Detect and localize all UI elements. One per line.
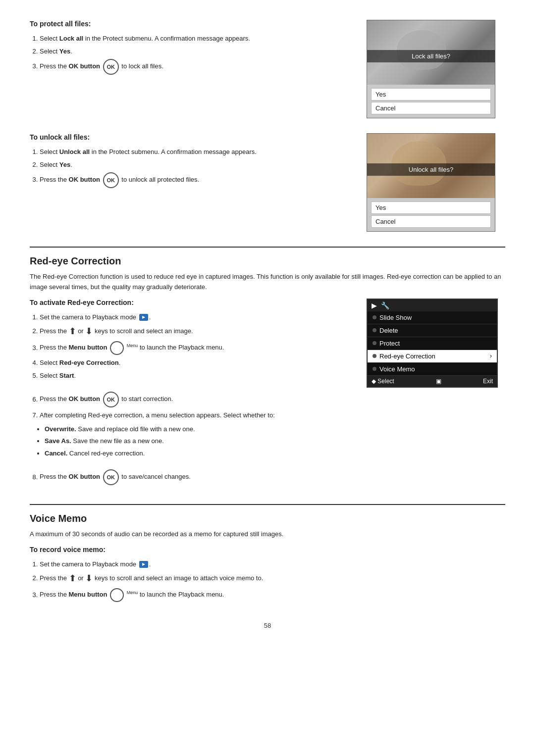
voice-memo-step-3: Press the Menu button Menu to launch the…	[40, 588, 505, 602]
red-eye-step-2: Press the ⬆ or ⬇ keys to scroll and sele…	[40, 325, 352, 338]
red-eye-text-col: To activate Red-eye Correction: Set the …	[30, 299, 352, 490]
voice-memo-steps-list: Set the camera to Playback mode . Press …	[30, 559, 505, 603]
menu-item-slideshow-label: Slide Show	[379, 314, 412, 321]
menu-bullet-1	[373, 315, 376, 319]
red-eye-step-7: After completing Red-eye correction, a m…	[40, 410, 352, 420]
protect-image-col: Lock all files? Yes Cancel	[367, 20, 505, 118]
ok-button-icon-3: OK	[103, 392, 119, 407]
lock-cancel-btn: Cancel	[371, 102, 491, 114]
menu-bullet-3	[373, 341, 376, 345]
menu-button-icon-1	[110, 341, 124, 355]
protect-text-col: To protect all files: Select Lock all in…	[30, 20, 352, 118]
menu-icon-bottom: ▣	[436, 378, 441, 385]
red-eye-description: The Red-eye Correction function is used …	[30, 272, 505, 293]
unlock-yes-btn: Yes	[371, 202, 491, 214]
red-eye-image-col: ▶ 🔧 Slide Show Delete Protect Red	[367, 299, 505, 490]
playback-triangle-icon: ▶	[372, 302, 377, 309]
voice-memo-heading: Voice Memo	[30, 504, 505, 524]
exit-label: Exit	[483, 378, 493, 385]
red-eye-steps-list-2: Press the OK button OK to start correcti…	[30, 392, 352, 420]
unlock-step-1: Select Unlock all in the Protect submenu…	[40, 147, 352, 157]
playback-mode-icon-1	[139, 314, 148, 321]
red-eye-sub-heading: To activate Red-eye Correction:	[30, 299, 352, 306]
red-eye-step-1: Set the camera to Playback mode .	[40, 312, 352, 322]
protect-steps-list: Select Lock all in the Protect submenu. …	[30, 34, 352, 75]
unlock-cancel-btn: Cancel	[371, 215, 491, 228]
menu-top-bar: ▶ 🔧	[368, 300, 497, 311]
down-arrow-icon: ⬇	[85, 325, 93, 338]
menu-item-protect: Protect	[368, 337, 497, 350]
unlock-dialog-buttons: Yes Cancel	[367, 198, 495, 231]
page-number: 58	[30, 622, 505, 629]
wrench-icon: 🔧	[381, 302, 389, 309]
red-eye-bullet-3: Cancel. Cancel red-eye correction.	[45, 449, 352, 458]
unlock-step-3: Press the OK button OK to unlock all pro…	[40, 172, 352, 188]
menu-item-voicememo-label: Voice Memo	[379, 365, 415, 373]
ok-button-icon-4: OK	[103, 469, 119, 485]
protect-step-3: Press the OK button OK to lock all files…	[40, 59, 352, 75]
unlock-image-col: Unlock all files? Yes Cancel	[367, 133, 505, 232]
voice-memo-step-1: Set the camera to Playback mode .	[40, 559, 505, 569]
red-eye-bullet-1: Overwrite. Save and replace old file wit…	[45, 424, 352, 434]
menu-item-protect-label: Protect	[379, 340, 400, 347]
red-eye-steps-list: Set the camera to Playback mode . Press …	[30, 312, 352, 381]
unlock-heading: To unlock all files:	[30, 133, 352, 141]
scroll-wheel-icon-2: ⬆	[69, 572, 76, 585]
menu-item-delete-label: Delete	[379, 327, 398, 334]
menu-label-2: Menu	[127, 591, 138, 596]
playback-mode-icon-2	[139, 561, 148, 568]
menu-item-slideshow: Slide Show	[368, 311, 497, 324]
playback-menu-screenshot: ▶ 🔧 Slide Show Delete Protect Red	[367, 299, 498, 388]
ok-button-icon-2: OK	[103, 172, 119, 188]
red-eye-step-3: Press the Menu button Menu to launch the…	[40, 341, 352, 355]
down-arrow-icon-2: ⬇	[85, 572, 93, 585]
page-content: To protect all files: Select Lock all in…	[30, 20, 505, 629]
red-eye-step-5: Select Start.	[40, 371, 352, 381]
cat-photo-1: Lock all files?	[367, 20, 495, 85]
lock-dialog-screenshot: Lock all files? Yes Cancel	[367, 20, 495, 118]
arrow-icon: ›	[490, 353, 492, 359]
unlock-all-section: To unlock all files: Select Unlock all i…	[30, 133, 505, 232]
red-eye-step-6: Press the OK button OK to start correcti…	[40, 392, 352, 407]
menu-item-redeye: Red-eye Correction ›	[368, 350, 497, 363]
menu-item-voicememo: Voice Memo	[368, 363, 497, 376]
menu-button-icon-2	[110, 588, 124, 602]
protect-heading: To protect all files:	[30, 20, 352, 28]
menu-item-redeye-label: Red-eye Correction	[379, 353, 435, 360]
red-eye-step-8: Press the OK button OK to save/cancel ch…	[40, 469, 352, 485]
unlock-steps-list: Select Unlock all in the Protect submenu…	[30, 147, 352, 188]
red-eye-section: To activate Red-eye Correction: Set the …	[30, 299, 505, 490]
scroll-wheel-icon: ⬆	[69, 325, 76, 338]
lock-dialog-title: Lock all files?	[367, 50, 495, 62]
menu-bullet-4	[373, 354, 376, 358]
unlock-step-2: Select Yes.	[40, 160, 352, 170]
voice-memo-section: Voice Memo A maximum of 30 seconds of au…	[30, 504, 505, 602]
menu-item-delete: Delete	[368, 324, 497, 337]
select-label: ◆ Select	[372, 378, 394, 385]
voice-memo-sub-heading: To record voice memo:	[30, 546, 505, 554]
lock-yes-btn: Yes	[371, 88, 491, 101]
unlock-text-col: To unlock all files: Select Unlock all i…	[30, 133, 352, 232]
red-eye-bullet-2: Save As. Save the new file as a new one.	[45, 436, 352, 446]
menu-bullet-5	[373, 367, 376, 371]
ok-button-icon-1: OK	[103, 59, 119, 75]
red-eye-bullets: Overwrite. Save and replace old file wit…	[30, 424, 352, 458]
voice-memo-description: A maximum of 30 seconds of audio can be …	[30, 529, 505, 540]
red-eye-steps-list-3: Press the OK button OK to save/cancel ch…	[30, 469, 352, 485]
voice-memo-step-2: Press the ⬆ or ⬇ keys to scroll and sele…	[40, 572, 505, 585]
protect-step-1: Select Lock all in the Protect submenu. …	[40, 34, 352, 44]
unlock-dialog-title: Unlock all files?	[367, 163, 495, 176]
lock-dialog-buttons: Yes Cancel	[367, 85, 495, 118]
menu-bottom-bar: ◆ Select ▣ Exit	[368, 376, 497, 387]
red-eye-step-4: Select Red-eye Correction.	[40, 358, 352, 368]
unlock-dialog-screenshot: Unlock all files? Yes Cancel	[367, 133, 495, 232]
protect-all-section: To protect all files: Select Lock all in…	[30, 20, 505, 118]
protect-step-2: Select Yes.	[40, 47, 352, 56]
menu-bullet-2	[373, 328, 376, 332]
menu-label-1: Menu	[127, 343, 138, 348]
red-eye-main-heading: Red-eye Correction	[30, 247, 505, 267]
cat-photo-2: Unlock all files?	[367, 134, 495, 198]
